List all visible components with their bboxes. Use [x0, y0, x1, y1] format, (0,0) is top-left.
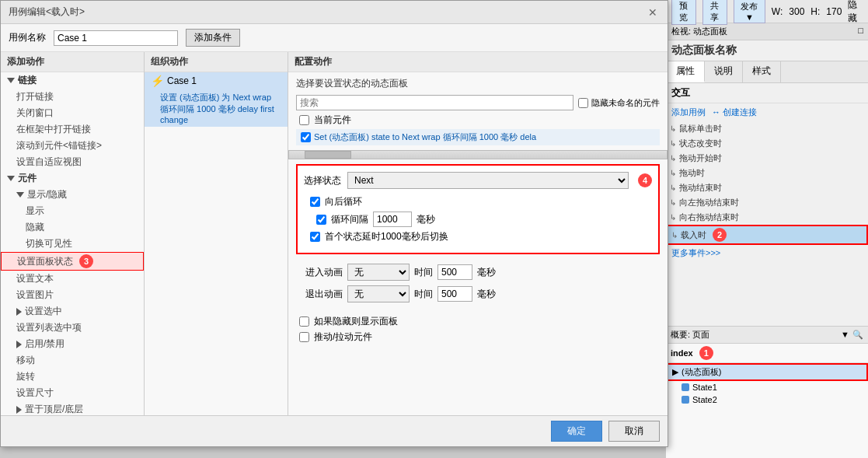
layer-order-arrow — [16, 406, 22, 414]
set-list-item[interactable]: 设置列表选中项 — [1, 320, 144, 336]
share-btn[interactable]: 共享 — [702, 0, 727, 25]
scrollbar-thumb[interactable] — [305, 151, 351, 159]
case-item-1[interactable]: ⚡ Case 1 — [145, 72, 288, 89]
state-select-label: 选择状态 — [304, 174, 341, 187]
exit-time-label: 时间 — [414, 288, 433, 301]
state-select-row: 选择状态 Next 4 — [304, 172, 652, 189]
adaptive-view-item[interactable]: 设置自适应视图 — [1, 154, 144, 170]
exit-time-input[interactable] — [437, 286, 472, 302]
dialog-close-btn[interactable]: ✕ — [646, 5, 660, 19]
outline-header-label: 概要: 页面 — [671, 329, 709, 341]
filter-icon[interactable]: ▼ — [841, 330, 849, 340]
inspect-label: 检视: 动态面板 — [671, 26, 727, 37]
outline-state-2[interactable]: State2 — [666, 393, 868, 406]
close-window-item[interactable]: 关闭窗口 — [1, 105, 144, 121]
exit-anim-label: 退出动画 — [296, 288, 343, 301]
interaction-item-drag[interactable]: ↳ 拖动时 — [667, 166, 868, 180]
animation-section: 进入动画 无 时间 毫秒 退出动画 无 时间 毫秒 — [288, 259, 668, 312]
interaction-item-right-drag[interactable]: ↳ 向右拖动结束时 — [667, 210, 868, 225]
show-hide-section[interactable]: 显示/隐藏 — [1, 187, 144, 203]
badge-2: 2 — [713, 228, 727, 242]
confirm-btn[interactable]: 确定 — [551, 421, 602, 442]
state2-color-dot — [682, 396, 689, 404]
interaction-item-drag-end[interactable]: ↳ 拖动结束时 — [667, 180, 868, 195]
open-link-item[interactable]: 打开链接 — [1, 89, 144, 105]
move-item[interactable]: 移动 — [1, 352, 144, 369]
outline-state-1[interactable]: State1 — [666, 381, 868, 393]
add-case-link[interactable]: 添加用例 — [671, 107, 706, 118]
interaction-section-label: 交互 — [671, 87, 690, 98]
set-selected-item[interactable]: 设置选中 — [1, 303, 144, 320]
if-hidden-checkbox[interactable] — [299, 316, 309, 327]
state1-color-dot — [682, 383, 689, 391]
forward-loop-checkbox[interactable] — [310, 197, 320, 207]
first-delay-row: 首个状态延时1000毫秒后切换 — [310, 230, 652, 243]
if-hidden-row: 如果隐藏则显示面板 — [296, 315, 660, 328]
state-select-dropdown[interactable]: Next — [347, 172, 629, 189]
set-text-item[interactable]: 设置文本 — [1, 271, 144, 287]
enter-time-label: 时间 — [414, 266, 433, 279]
search-icon[interactable]: 🔍 — [852, 330, 863, 340]
tab-property[interactable]: 属性 — [667, 61, 705, 82]
hide-unnamed-checkbox[interactable] — [578, 98, 588, 108]
case-name-input[interactable] — [54, 30, 178, 46]
add-condition-btn[interactable]: 添加条件 — [186, 29, 240, 47]
drag-end-icon: ↳ — [670, 184, 676, 192]
push-pull-row: 推动/拉动元件 — [296, 330, 660, 344]
exit-anim-select[interactable]: 无 — [347, 285, 410, 302]
cancel-btn[interactable]: 取消 — [608, 421, 660, 442]
outline-header: 概要: 页面 ▼ 🔍 — [666, 327, 868, 344]
toggle-visibility-item[interactable]: 切换可见性 — [1, 236, 144, 252]
element-section: 元件 — [1, 170, 144, 187]
tab-description[interactable]: 说明 — [705, 61, 743, 82]
enter-time-input[interactable] — [437, 264, 472, 280]
right-panel: 预览 共享 发布▼ W: 300 H: 170 隐藏 检视: 动态面板 □ 动态… — [666, 0, 868, 458]
col-config-action: 配置动作 选择要设置状态的动态面板 隐藏未命名的元件 当前元件 Set (动态 — [288, 52, 668, 424]
inspect-icon: □ — [858, 26, 863, 37]
interaction-item-load[interactable]: ↳ 载入时 2 — [667, 225, 868, 245]
w-label: W: — [772, 6, 783, 17]
config-search-input[interactable] — [296, 95, 573, 110]
open-in-frame-item[interactable]: 在框架中打开链接 — [1, 121, 144, 138]
panel-name-title: 动态面板名称 — [671, 44, 737, 56]
link-section: 链接 — [1, 72, 144, 89]
loop-interval-checkbox[interactable] — [316, 215, 326, 225]
dialog-header: 用例名称 添加条件 — [1, 24, 668, 52]
current-element-checkbox[interactable] — [299, 115, 309, 125]
outline-item-panel[interactable]: ▶ (动态面板) — [666, 363, 868, 381]
more-events-link[interactable]: 更多事件>>> — [671, 248, 720, 257]
case-label: Case 1 — [167, 75, 197, 86]
show-item[interactable]: 显示 — [1, 203, 144, 219]
config-scrollbar[interactable] — [288, 150, 668, 159]
interaction-item-drag-start[interactable]: ↳ 拖动开始时 — [667, 151, 868, 166]
preview-btn[interactable]: 预览 — [671, 0, 696, 25]
state-checkbox-group: 向后循环 循环间隔 毫秒 首个状态延时1000毫秒后切换 — [304, 195, 652, 243]
push-pull-checkbox[interactable] — [299, 332, 309, 342]
interaction-item-left-drag[interactable]: ↳ 向左拖动结束时 — [667, 195, 868, 210]
panel-icon: ▶ — [672, 367, 678, 377]
rotate-item[interactable]: 旋转 — [1, 369, 144, 385]
h-label: H: — [810, 6, 820, 17]
action-item-1[interactable]: 设置 (动态面板) 为 Next wrap 循环间隔 1000 毫秒 delay… — [145, 89, 288, 127]
set-state-checkbox[interactable] — [301, 132, 311, 142]
show-hide-arrow — [16, 192, 24, 198]
enable-disable-item[interactable]: 启用/禁用 — [1, 336, 144, 352]
interaction-item-mouse-click[interactable]: ↳ 鼠标单击时 — [667, 121, 868, 136]
right-drag-icon: ↳ — [670, 213, 676, 222]
create-link[interactable]: ↔ 创建连接 — [712, 107, 757, 118]
tab-style[interactable]: 样式 — [743, 61, 781, 82]
enter-anim-select[interactable]: 无 — [347, 264, 410, 281]
interaction-item-state-change[interactable]: ↳ 状态改变时 — [667, 136, 868, 151]
enter-animation-row: 进入动画 无 时间 毫秒 — [296, 264, 660, 281]
config-select-title: 选择要设置状态的动态面板 — [296, 77, 660, 90]
set-image-item[interactable]: 设置图片 — [1, 287, 144, 303]
hide-item[interactable]: 隐藏 — [1, 219, 144, 236]
first-delay-checkbox[interactable] — [310, 232, 320, 242]
publish-btn[interactable]: 发布▼ — [734, 0, 765, 23]
scroll-to-item[interactable]: 滚动到元件<锚链接> — [1, 138, 144, 154]
set-panel-state-item[interactable]: 设置面板状态 3 — [1, 252, 144, 271]
mouse-click-icon: ↳ — [670, 124, 676, 133]
right-panel-toolbar: 预览 共享 发布▼ W: 300 H: 170 隐藏 — [667, 0, 868, 23]
set-size-item[interactable]: 设置尺寸 — [1, 385, 144, 401]
loop-interval-input[interactable] — [373, 212, 412, 227]
